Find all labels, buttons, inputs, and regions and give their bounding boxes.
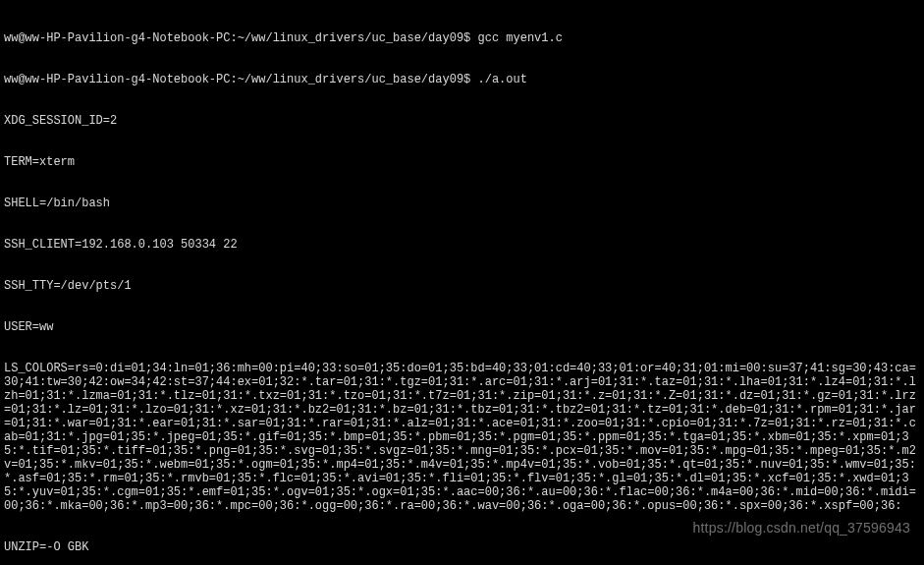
output-line: SSH_TTY=/dev/pts/1	[4, 279, 920, 293]
output-line: UNZIP=-O GBK	[4, 540, 920, 554]
prompt-line-1: ww@ww-HP-Pavilion-g4-Notebook-PC:~/ww/li…	[4, 31, 920, 45]
prompt-line-2: ww@ww-HP-Pavilion-g4-Notebook-PC:~/ww/li…	[4, 73, 920, 86]
output-line: TERM=xterm	[4, 155, 920, 169]
command-text: ./a.out	[477, 73, 526, 86]
output-line: LS_COLORS=rs=0:di=01;34:ln=01;36:mh=00:p…	[4, 362, 920, 513]
terminal-window[interactable]: ww@ww-HP-Pavilion-g4-Notebook-PC:~/ww/li…	[0, 0, 924, 565]
output-line: XDG_SESSION_ID=2	[4, 114, 920, 128]
command-text: gcc myenv1.c	[477, 31, 562, 45]
shell-prompt: ww@ww-HP-Pavilion-g4-Notebook-PC:~/ww/li…	[4, 73, 477, 86]
output-line: USER=ww	[4, 320, 920, 334]
output-line: SSH_CLIENT=192.168.0.103 50334 22	[4, 238, 920, 252]
output-line: SHELL=/bin/bash	[4, 197, 920, 210]
shell-prompt: ww@ww-HP-Pavilion-g4-Notebook-PC:~/ww/li…	[4, 31, 477, 45]
